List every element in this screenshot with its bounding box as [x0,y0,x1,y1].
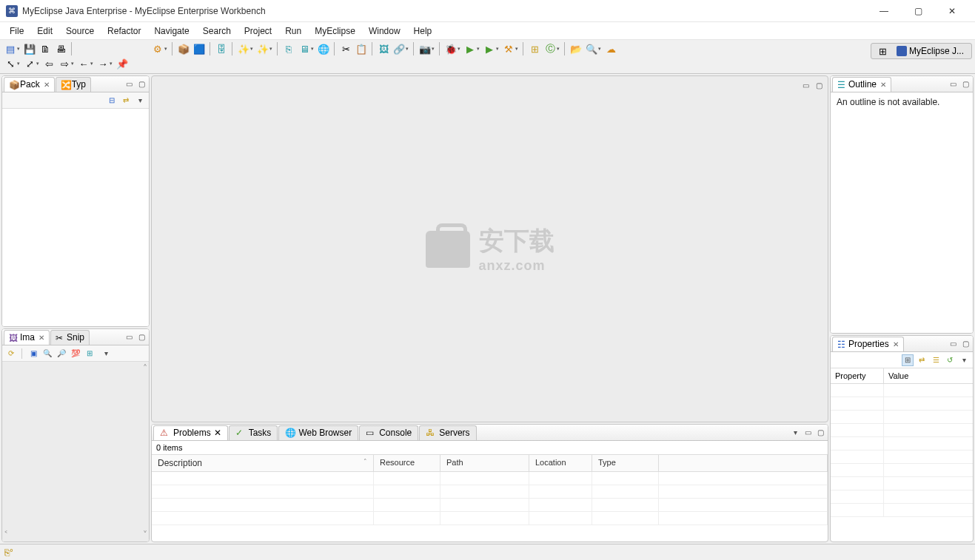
save-all-icon[interactable]: 🗎 [38,41,53,56]
server-manage-icon[interactable]: 🖥 [297,41,312,56]
debug-icon[interactable]: 🐞 [443,41,458,56]
current-perspective[interactable]: MyEclipse J... [894,46,967,56]
status-icon[interactable]: ⎘° [4,547,15,558]
new-class-icon[interactable]: Ⓒ [543,41,557,56]
zoom-out-icon[interactable]: 🔍 [41,348,53,360]
close-icon[interactable]: ✕ [214,428,221,438]
minimize-editor-icon[interactable]: ▭ [800,79,811,91]
config-icon[interactable]: ⚙ [150,41,165,56]
maximize-button[interactable]: ▢ [901,0,935,22]
zoom-100-icon[interactable]: 💯 [70,348,81,360]
external-tools-icon[interactable]: ⚒ [501,41,516,56]
cloud-icon[interactable]: ☁ [603,41,618,56]
column-value[interactable]: Value [884,368,973,383]
minimize-button[interactable]: — [867,0,901,22]
new-icon[interactable]: ▤ [3,41,18,56]
fwd-arrow-icon[interactable]: ⇨ [57,56,72,71]
maximize-view-icon[interactable]: ▢ [814,427,826,439]
close-icon[interactable]: ✕ [880,81,886,89]
menu-navigate[interactable]: Navigate [147,24,195,38]
menu-run[interactable]: Run [278,24,308,38]
restore-defaults-icon[interactable]: ↺ [944,354,956,366]
menu-source[interactable]: Source [59,24,101,38]
view-menu-icon[interactable]: ▾ [134,95,146,107]
package-explorer-body[interactable] [2,109,149,326]
wand1-icon[interactable]: ✨ [236,41,251,56]
grid-icon[interactable]: ⊞ [84,348,96,360]
close-icon[interactable]: ✕ [38,334,44,342]
minimize-view-icon[interactable]: ▭ [947,338,959,350]
image-body[interactable]: ˄ ˅ ˂ [2,362,149,542]
refresh-icon[interactable]: ⟳ [5,348,17,360]
globe-icon[interactable]: 🌐 [316,41,331,56]
server-deploy-icon[interactable]: ⎘ [281,41,296,56]
save-icon[interactable]: 💾 [22,41,37,56]
tab-outline[interactable]: ☰ Outline ✕ [832,77,891,92]
maximize-view-icon[interactable]: ▢ [959,338,971,350]
wand2-icon[interactable]: ✨ [255,41,270,56]
column-property[interactable]: Property [831,368,884,383]
run-icon[interactable]: ▶ [463,41,478,56]
minimize-view-icon[interactable]: ▭ [123,331,135,343]
db-icon[interactable]: 🗄 [214,41,229,56]
column-resource[interactable]: Resource [374,455,440,471]
nav-fwd-icon[interactable]: → [96,56,110,71]
back-arrow-icon[interactable]: ⇦ [41,56,56,71]
expand-icon[interactable]: ⤢ [22,56,37,71]
filter-icon[interactable]: ⇄ [916,354,928,366]
tab-type-hierarchy[interactable]: 🔀 Typ [56,77,91,92]
minimize-view-icon[interactable]: ▭ [802,427,814,439]
maximize-view-icon[interactable]: ▢ [135,78,147,90]
scroll-up-icon[interactable]: ˄ [143,363,147,374]
menu-myeclipse[interactable]: MyEclipse [308,24,362,38]
tab-console[interactable]: ▭ Console [359,425,418,440]
scroll-left-icon[interactable]: ˂ [4,530,8,540]
maximize-view-icon[interactable]: ▢ [959,78,971,90]
show-advanced-icon[interactable]: ☰ [930,354,942,366]
categories-icon[interactable]: ⊞ [902,354,914,366]
package-icon[interactable]: 📦 [176,41,191,56]
open-perspective-icon[interactable]: ⊞ [876,44,891,58]
menu-window[interactable]: Window [362,24,407,38]
column-description[interactable]: Description ˄ [152,455,374,471]
link-icon[interactable]: 🔗 [392,41,406,56]
print-icon[interactable]: 🖶 [53,41,68,56]
copy-icon[interactable]: 📋 [354,41,369,56]
view-menu-icon[interactable]: ▾ [100,348,112,360]
tab-snippets[interactable]: ✂ Snip [50,330,90,345]
menu-search[interactable]: Search [196,24,238,38]
close-icon[interactable]: ✕ [893,340,899,348]
maximize-view-icon[interactable]: ▢ [135,331,147,343]
tab-properties[interactable]: ☷ Properties ✕ [832,337,904,351]
perspective-switcher[interactable]: ⊞ MyEclipse J... [871,43,972,59]
link-editor-icon[interactable]: ⇄ [120,95,132,107]
collapse-icon[interactable]: ⤡ [3,56,18,71]
tab-servers[interactable]: 🖧 Servers [419,425,476,440]
zoom-in-icon[interactable]: 🔎 [56,348,67,360]
menu-refactor[interactable]: Refactor [101,24,147,38]
maximize-editor-icon[interactable]: ▢ [813,79,825,91]
minimize-view-icon[interactable]: ▭ [947,78,959,90]
editor-area[interactable]: ▭ ▢ 安下载 anxz.com [151,75,828,422]
tab-web-browser[interactable]: 🌐 Web Browser [278,425,358,440]
new-project-icon[interactable]: ⊞ [527,41,542,56]
open-folder-icon[interactable]: 📂 [569,41,583,56]
collapse-all-icon[interactable]: ⊟ [106,95,118,107]
column-type[interactable]: Type [592,455,659,471]
pin-icon[interactable]: 📌 [115,56,130,71]
menu-help[interactable]: Help [407,24,439,38]
tab-tasks[interactable]: ✓ Tasks [229,425,278,440]
scroll-down-icon[interactable]: ˅ [143,530,147,540]
camera-icon[interactable]: 📷 [418,41,432,56]
nav-back-icon[interactable]: ← [76,56,91,71]
cut-icon[interactable]: ✂ [338,41,353,56]
view-menu-icon[interactable]: ▾ [958,354,970,366]
view-menu-icon[interactable]: ▾ [789,427,801,439]
open-type-icon[interactable]: 🔍 [584,41,599,56]
close-button[interactable]: ✕ [935,0,969,22]
zoom-fit-icon[interactable]: ▣ [27,348,39,360]
box-icon[interactable]: 🟦 [192,41,207,56]
menu-file[interactable]: File [3,24,30,38]
tab-package-explorer[interactable]: 📦 Pack ✕ [4,77,55,92]
run-last-icon[interactable]: ▶ [482,41,497,56]
